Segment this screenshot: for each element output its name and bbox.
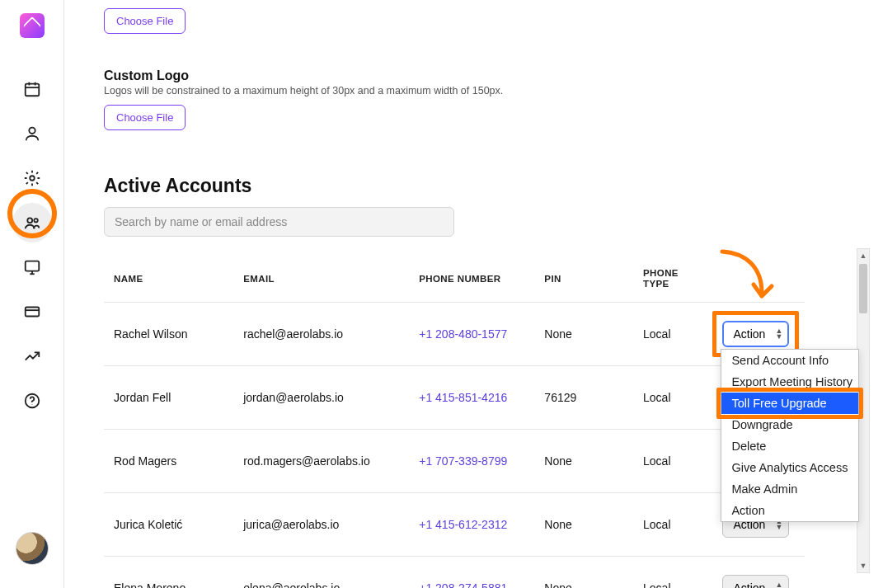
cell-phone-type: Local — [633, 493, 712, 557]
custom-logo-desc: Logos will be constrained to a maximum h… — [104, 85, 850, 96]
cell-phone: +1 415-612-2312 — [409, 493, 534, 557]
table-row: Rachel Wilsonrachel@aerolabs.io+1 208-48… — [104, 303, 805, 366]
col-phone-type: PHONE TYPE — [633, 248, 712, 303]
sidebar-item-settings[interactable] — [12, 158, 52, 198]
dropdown-item[interactable]: Action — [721, 500, 858, 521]
svg-point-4 — [29, 128, 35, 134]
action-select[interactable]: Action — [722, 321, 789, 347]
table-header-row: NAME EMAIL PHONE NUMBER PIN PHONE TYPE — [104, 248, 805, 303]
table-row: Jurica Koletićjurica@aerolabs.io+1 415-6… — [104, 493, 805, 557]
cell-action: Action▲▼ — [712, 557, 805, 588]
table-row: Elena Morenoelena@aerolabs.io+1 208-274-… — [104, 557, 805, 588]
cell-phone-type: Local — [633, 303, 712, 366]
sidebar-item-monitor[interactable] — [12, 247, 52, 287]
scroll-thumb[interactable] — [859, 264, 867, 313]
svg-point-7 — [34, 219, 37, 222]
dropdown-item[interactable]: Send Account Info — [721, 350, 858, 371]
sidebar-item-person[interactable] — [12, 114, 52, 153]
col-pin: PIN — [534, 248, 633, 303]
sidebar-item-users[interactable] — [12, 203, 52, 242]
svg-point-5 — [30, 176, 35, 181]
cell-phone: +1 707-339-8799 — [409, 430, 534, 493]
table-row: Rod Magersrod.magers@aerolabs.io+1 707-3… — [104, 430, 805, 493]
svg-rect-0 — [25, 84, 39, 96]
sidebar-item-card[interactable] — [12, 292, 52, 332]
sidebar-item-calendar[interactable] — [12, 69, 52, 109]
search-input[interactable] — [104, 207, 454, 237]
custom-logo-title: Custom Logo — [104, 68, 850, 83]
person-icon — [23, 125, 41, 143]
table-row: Jordan Felljordan@aerolabs.io+1 415-851-… — [104, 366, 805, 430]
action-select[interactable]: Action — [722, 575, 789, 588]
app-logo[interactable] — [20, 13, 45, 38]
phone-link[interactable]: +1 208-480-1577 — [419, 327, 507, 341]
col-email: EMAIL — [233, 248, 409, 303]
sidebar-item-trend[interactable] — [12, 336, 52, 376]
cell-name: Rod Magers — [104, 430, 233, 493]
action-dropdown: Send Account InfoExport Meeting HistoryT… — [721, 349, 859, 522]
cell-name: Elena Moreno — [104, 557, 233, 588]
cell-phone: +1 208-274-5881 — [409, 557, 534, 588]
cell-email: elena@aerolabs.io — [233, 557, 409, 588]
choose-file-button-favicon[interactable]: Choose File — [104, 8, 186, 34]
cell-name: Rachel Wilson — [104, 303, 233, 366]
cell-phone-type: Local — [633, 557, 712, 588]
cell-pin: 76129 — [534, 366, 633, 430]
dropdown-item[interactable]: Downgrade — [721, 414, 858, 435]
dropdown-item[interactable]: Make Admin — [721, 478, 858, 500]
help-icon — [23, 392, 41, 410]
dropdown-item[interactable]: Delete — [721, 435, 858, 457]
cell-pin: None — [534, 430, 633, 493]
svg-point-6 — [27, 218, 32, 223]
card-icon — [23, 303, 41, 321]
sidebar-item-help[interactable] — [12, 381, 52, 421]
cell-phone: +1 208-480-1577 — [409, 303, 534, 366]
phone-link[interactable]: +1 415-612-2312 — [419, 518, 507, 531]
col-phone: PHONE NUMBER — [409, 248, 534, 303]
trend-icon — [23, 347, 41, 365]
cell-email: rod.magers@aerolabs.io — [233, 430, 409, 493]
calendar-icon — [23, 80, 41, 98]
cell-phone: +1 415-851-4216 — [409, 366, 534, 430]
cell-name: Jurica Koletić — [104, 493, 233, 557]
gear-icon — [23, 169, 41, 187]
phone-link[interactable]: +1 208-274-5881 — [419, 581, 507, 588]
accounts-table: NAME EMAIL PHONE NUMBER PIN PHONE TYPE R… — [104, 248, 805, 588]
choose-file-button-logo[interactable]: Choose File — [104, 105, 186, 130]
cell-email: rachel@aerolabs.io — [233, 303, 409, 366]
col-name: NAME — [104, 248, 233, 303]
users-icon — [23, 214, 41, 232]
scroll-up-button[interactable]: ▲ — [857, 249, 869, 262]
monitor-icon — [23, 258, 41, 276]
accounts-title: Active Accounts — [104, 175, 850, 197]
svg-rect-11 — [25, 308, 39, 317]
main-content: Choose File Custom Logo Logos will be co… — [64, 0, 883, 588]
scroll-down-button[interactable]: ▼ — [857, 559, 869, 572]
phone-link[interactable]: +1 707-339-8799 — [419, 454, 507, 468]
cell-phone-type: Local — [633, 366, 712, 430]
dropdown-item[interactable]: Toll Free Upgrade — [721, 393, 858, 414]
avatar[interactable] — [16, 532, 49, 565]
dropdown-item[interactable]: Give Analytics Access — [721, 457, 858, 478]
cell-phone-type: Local — [633, 430, 712, 493]
svg-rect-8 — [25, 261, 39, 271]
cell-email: jurica@aerolabs.io — [233, 493, 409, 557]
dropdown-item[interactable]: Export Meeting History — [721, 371, 858, 393]
cell-name: Jordan Fell — [104, 366, 233, 430]
col-action — [712, 248, 805, 303]
sidebar — [0, 0, 64, 588]
phone-link[interactable]: +1 415-851-4216 — [419, 391, 507, 404]
cell-pin: None — [534, 557, 633, 588]
cell-email: jordan@aerolabs.io — [233, 366, 409, 430]
cell-pin: None — [534, 303, 633, 366]
cell-pin: None — [534, 493, 633, 557]
